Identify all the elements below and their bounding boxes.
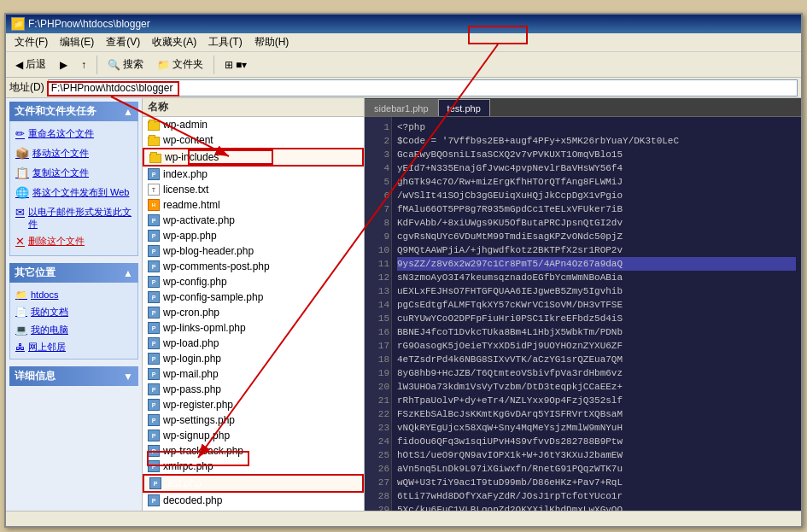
- forward-button[interactable]: ▶: [54, 56, 73, 73]
- tab-sidebar1[interactable]: sidebar1.php: [365, 99, 438, 116]
- php-icon: P: [148, 307, 160, 319]
- file-item[interactable]: Pxmlrpc.php: [143, 459, 364, 474]
- php-icon: P: [148, 276, 160, 288]
- details-header[interactable]: 详细信息 ▼: [9, 366, 138, 386]
- code-line: yEId7+N335EnajGfJvwc4pvpNevlrBaVHsWY56f4: [397, 161, 796, 175]
- file-column-header: 名称: [143, 98, 364, 117]
- html-icon: H: [148, 199, 160, 211]
- up-button[interactable]: ↑: [75, 56, 92, 73]
- file-item[interactable]: Pwp-cron.php: [143, 305, 364, 320]
- file-item[interactable]: Pwp-app.php: [143, 228, 364, 243]
- php-icon: P: [148, 460, 160, 472]
- views-button[interactable]: ⊞ ■▾: [219, 56, 253, 73]
- menu-favorites[interactable]: 收藏夹(A): [147, 33, 202, 51]
- code-line: 8yG8hb9+HcJZB/T6QtmteoVSbivfpVa3rdHbm6vz: [397, 366, 796, 380]
- task-copy[interactable]: 📋 复制这个文件: [14, 164, 134, 184]
- folders-button[interactable]: 📁 文件夹: [151, 55, 209, 74]
- task-email[interactable]: ✉ 以电子邮件形式发送此文件: [14, 203, 134, 233]
- collapse-icon-3: ▼: [123, 371, 133, 383]
- left-panel: 文件和文件夹任务 ▲ ✏ 重命名这个文件 📦 移动这个文件: [6, 98, 365, 511]
- file-item[interactable]: Pwp-config-sample.php: [143, 289, 364, 305]
- task-rename[interactable]: ✏ 重命名这个文件: [14, 125, 134, 144]
- file-item[interactable]: Pwp-links-opml.php: [143, 320, 364, 336]
- file-item[interactable]: wp-admin: [143, 117, 364, 132]
- code-line: lW3UHOa73kdm1VsVyTvzbm/DtD3teqpkjCCaEEz+: [397, 380, 796, 394]
- back-button[interactable]: ◀ 后退: [9, 55, 52, 74]
- file-name: wp-pass.php: [163, 383, 221, 395]
- folder-icon: [148, 121, 160, 131]
- file-item[interactable]: Pwp-load.php: [143, 336, 364, 351]
- code-line: 6tLi77wHd8DOfYXaFyZdR/JOsJ1rpTcfotYUco1r: [397, 489, 796, 503]
- file-item[interactable]: Pwp-mail.php: [143, 366, 364, 382]
- collapse-icon-2: ▲: [123, 267, 133, 279]
- file-item[interactable]: Hreadme.html: [143, 197, 364, 213]
- file-item[interactable]: Pwp-pass.php: [143, 382, 364, 397]
- code-content[interactable]: <?php$Code = '7Vffb9s2EB+augf4PFy+x5MK26…: [392, 117, 801, 511]
- menu-file[interactable]: 文件(F): [9, 33, 53, 51]
- file-item[interactable]: Pwp-trackback.php: [143, 443, 364, 459]
- file-item[interactable]: wp-includes: [143, 148, 364, 167]
- tab-bar: sidebar1.php test.php: [365, 98, 801, 117]
- file-name: xmlrpc.php: [163, 460, 213, 472]
- file-item[interactable]: Pindex.php: [143, 167, 364, 182]
- php-icon: P: [148, 337, 160, 349]
- php-icon: P: [148, 430, 160, 441]
- file-tasks-header[interactable]: 文件和文件夹任务 ▲: [9, 102, 138, 121]
- location-htdocs[interactable]: 📁 htdocs: [14, 286, 134, 303]
- location-network[interactable]: 🖧 网上邻居: [14, 338, 134, 355]
- menu-view[interactable]: 查看(V): [101, 33, 145, 51]
- copy-icon: 📋: [15, 167, 29, 181]
- file-item[interactable]: Pwp-blog-header.php: [143, 243, 364, 259]
- other-locations-content: 📁 htdocs 📄 我的文档 💻 我的电脑: [9, 283, 138, 360]
- php-icon: P: [148, 260, 160, 272]
- file-item[interactable]: Tlicense.txt: [143, 182, 364, 197]
- htdocs-icon: 📁: [15, 289, 27, 301]
- file-item[interactable]: Pdecoded.php: [143, 493, 364, 508]
- file-name: wp-config-sample.php: [163, 291, 263, 303]
- file-item[interactable]: Pwp-activate.php: [143, 213, 364, 228]
- code-line: uEXLxFEJHsO7FHTGFQUAA6IEJgweB5Zmy5Igvhib: [397, 284, 796, 298]
- php-icon: P: [148, 399, 160, 411]
- code-line: cuRYUwYCoO2DPFpFiuHri0PSC1IkreEFbdz5d4iS: [397, 312, 796, 325]
- code-line: ghGTk94c7O/Rw+mizErgKfhHTOrQTfAng8FLWMiJ: [397, 175, 796, 189]
- file-item[interactable]: Pwp-login.php: [143, 351, 364, 366]
- file-name: wp-settings.php: [163, 414, 235, 426]
- other-locations-section: 其它位置 ▲ 📁 htdocs 📄 我的文档: [9, 263, 138, 360]
- php-icon: P: [149, 477, 161, 489]
- code-line: FSzKEbSAlBcJsKKmtKgGvDArq5YISFRVrtXQBsaM: [397, 407, 796, 421]
- search-icon: 🔍: [108, 59, 120, 71]
- file-item[interactable]: Pwp-config.php: [143, 274, 364, 289]
- tab-testphp[interactable]: test.php: [438, 99, 490, 116]
- file-item[interactable]: Ptest.php: [143, 474, 364, 493]
- code-line: /wVSlIt41SOjCb3gGEUiqXuHQjJkCcpDgX1vPgio: [397, 189, 796, 202]
- code-line: cgvRsNqUYc6VDuMtM99TmdiEsagKPZvONdc50pjZ: [397, 230, 796, 243]
- php-icon: P: [148, 168, 160, 180]
- menu-help[interactable]: 帮助(H): [249, 33, 295, 51]
- task-move[interactable]: 📦 移动这个文件: [14, 144, 134, 164]
- menu-tools[interactable]: 工具(T): [203, 33, 247, 51]
- up-icon: ↑: [81, 59, 86, 71]
- task-delete[interactable]: ✕ 删除这个文件: [14, 232, 134, 252]
- php-icon: P: [148, 245, 160, 257]
- location-mydocs[interactable]: 📄 我的文档: [14, 303, 134, 320]
- file-item[interactable]: Pwp-comments-post.php: [143, 259, 364, 274]
- file-item[interactable]: Pwp-settings.php: [143, 412, 364, 428]
- code-line: 4eTZsdrPd4k6NBG8SIXvVTK/aCzYG1srQZEua7QM: [397, 353, 796, 366]
- search-button[interactable]: 🔍 搜索: [102, 55, 149, 74]
- file-item[interactable]: wp-content: [143, 132, 364, 148]
- folder-icon: [149, 154, 161, 163]
- status-bar: [6, 511, 801, 526]
- code-line: 5Xc/ku6FuC1VLBLqopZd2QKYXjlKhdDmxLwXGyQO: [397, 503, 796, 511]
- back-icon: ◀: [15, 59, 23, 71]
- file-name: wp-trackback.php: [163, 445, 243, 457]
- address-input[interactable]: [48, 79, 798, 96]
- other-locations-header[interactable]: 其它位置 ▲: [9, 263, 138, 283]
- menu-edit[interactable]: 编辑(E): [55, 33, 99, 51]
- file-item[interactable]: Pwp-signup.php: [143, 428, 364, 443]
- file-item[interactable]: Pwp-register.php: [143, 397, 364, 412]
- task-publish[interactable]: 🌐 将这个文件发布到 Web: [14, 184, 134, 203]
- file-explorer: 文件和文件夹任务 ▲ ✏ 重命名这个文件 📦 移动这个文件: [6, 98, 364, 511]
- code-line: wQW+U3t7iY9ac1T9tuD99mb/D86eHKz+Pav7+RqL: [397, 476, 796, 489]
- location-mycomputer[interactable]: 💻 我的电脑: [14, 321, 134, 338]
- tasks-panel: 文件和文件夹任务 ▲ ✏ 重命名这个文件 📦 移动这个文件: [6, 98, 143, 511]
